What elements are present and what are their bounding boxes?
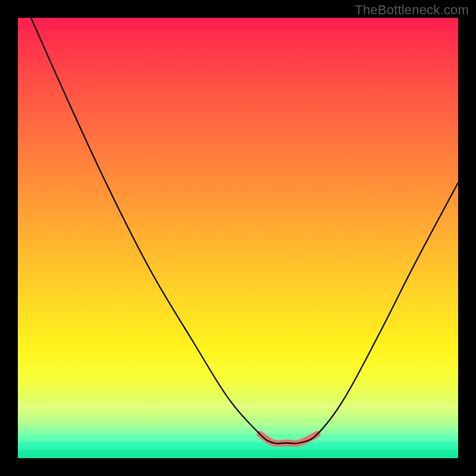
- plot-area: [18, 18, 458, 458]
- watermark-text: TheBottleneck.com: [355, 2, 469, 18]
- chart-frame: TheBottleneck.com: [0, 0, 476, 476]
- bottleneck-curve: [31, 18, 458, 443]
- optimal-range-highlight: [260, 434, 317, 444]
- bottleneck-curve-svg: [18, 18, 458, 458]
